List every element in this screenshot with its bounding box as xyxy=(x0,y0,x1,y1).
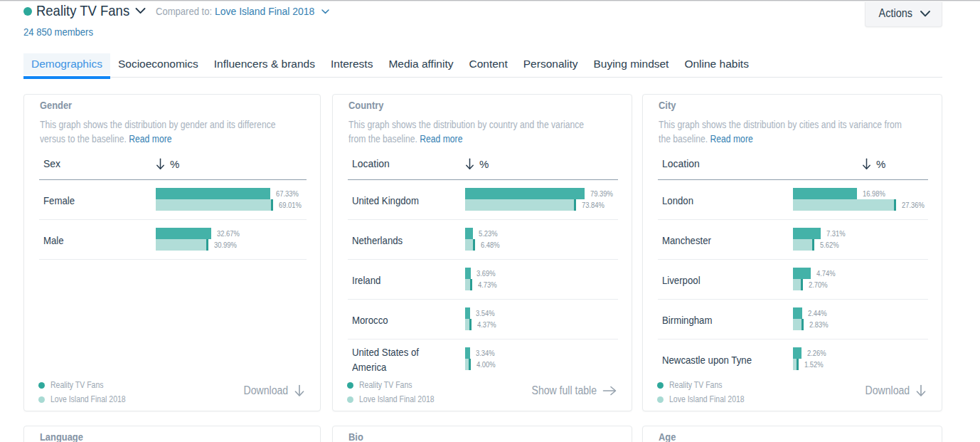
row-label: Manchester xyxy=(662,220,789,260)
card-title: Language xyxy=(40,431,83,442)
row-label: Morocco xyxy=(352,300,461,340)
bar-baseline-endcap xyxy=(574,199,576,211)
card-description-text: This graph shows the distribution by gen… xyxy=(40,117,276,132)
table-row: London16.98%27.36% xyxy=(658,180,928,220)
card-description-line: the baseline. Read more xyxy=(659,132,938,146)
row-label-text: Birmingham xyxy=(662,312,712,327)
bar-baseline-value: 30.99% xyxy=(214,239,237,251)
tab-influencers-brands[interactable]: Influencers & brands xyxy=(206,53,323,75)
legend-dot-baseline xyxy=(347,396,353,403)
bar-baseline-value: 69.01% xyxy=(279,199,302,211)
card-title: Country xyxy=(348,100,383,111)
read-more-link[interactable]: Read more xyxy=(710,133,752,144)
bar-baseline-value: 6.48% xyxy=(481,239,500,251)
actions-button[interactable]: Actions xyxy=(865,1,942,27)
legend-label: Reality TV Fans xyxy=(359,380,412,390)
bar-primary-value: 3.34% xyxy=(476,347,495,359)
read-more-link[interactable]: Read more xyxy=(129,133,171,144)
card-bio: Bio xyxy=(332,426,632,442)
bar-baseline-value: 4.73% xyxy=(478,279,497,290)
bar-baseline xyxy=(793,239,814,251)
tab-label: Buying mindset xyxy=(593,58,669,70)
tab-label: Content xyxy=(469,58,507,70)
sort-descending-icon xyxy=(465,158,474,170)
tab-socioeconomics[interactable]: Socioeconomics xyxy=(110,53,206,75)
download-link[interactable]: Download xyxy=(238,383,305,399)
tab-demographics[interactable]: Demographics xyxy=(23,53,110,75)
chart-legend: Reality TV FansLove Island Final 2018 xyxy=(347,378,449,406)
bar-baseline xyxy=(793,199,896,211)
footer-link-label: Show full table xyxy=(531,384,597,397)
table-row: United States of America3.34%4.00% xyxy=(348,340,618,379)
card-description: This graph shows the distribution by cit… xyxy=(659,117,938,146)
baseline-audience-link[interactable]: Love Island Final 2018 xyxy=(215,5,314,18)
card-title: Gender xyxy=(40,100,72,111)
legend-label: Love Island Final 2018 xyxy=(50,394,126,404)
card-description-line: This graph shows the distribution by gen… xyxy=(40,117,311,132)
bar-baseline xyxy=(465,239,475,251)
bar-baseline xyxy=(156,199,273,211)
table-row: Netherlands5.23%6.48% xyxy=(348,220,618,260)
bar-baseline xyxy=(793,279,803,290)
row-label-text: Manchester xyxy=(662,233,711,248)
bar-baseline-endcap xyxy=(801,279,803,290)
footer-link-label: Download xyxy=(865,384,910,397)
tab-online-habits[interactable]: Online habits xyxy=(676,53,756,75)
bar-primary-value: 16.98% xyxy=(863,188,885,199)
legend-dot-baseline xyxy=(657,396,664,403)
legend-item: Love Island Final 2018 xyxy=(657,392,759,406)
row-label: Netherlands xyxy=(352,220,461,260)
bar-baseline-value: 5.62% xyxy=(820,239,839,251)
bar-primary-value: 5.23% xyxy=(479,228,498,239)
bar-primary xyxy=(465,307,470,319)
actions-chevron-down-icon xyxy=(920,11,930,17)
compared-to-label: Compared to: xyxy=(156,6,212,17)
bar-baseline-endcap xyxy=(206,239,208,251)
bar-baseline-value: 2.70% xyxy=(809,279,828,290)
bar-baseline-value: 4.37% xyxy=(477,319,496,330)
active-tab-underline xyxy=(23,76,110,79)
legend-dot-primary xyxy=(38,382,45,389)
audience-name-title[interactable]: Reality TV Fans xyxy=(36,2,129,19)
bar-primary-value: 2.26% xyxy=(807,347,826,359)
tab-label: Interests xyxy=(331,58,373,70)
card-city: CityThis graph shows the distribution by… xyxy=(642,94,942,411)
row-label-text: London xyxy=(662,193,693,208)
download-icon xyxy=(915,384,927,397)
tab-buying-mindset[interactable]: Buying mindset xyxy=(585,53,676,75)
row-label: Male xyxy=(43,220,151,260)
download-link[interactable]: Download xyxy=(859,383,927,399)
tab-label: Socioeconomics xyxy=(118,58,198,70)
baseline-chevron-down-icon[interactable] xyxy=(321,9,329,14)
bar-baseline-value: 4.00% xyxy=(476,359,496,370)
tab-personality[interactable]: Personality xyxy=(516,53,586,75)
card-description-text: This graph shows the distribution by cou… xyxy=(348,117,584,132)
percent-sort-header[interactable]: % xyxy=(862,157,885,171)
sort-descending-icon xyxy=(862,158,871,170)
row-label: Ireland xyxy=(352,260,461,300)
bar-primary-value: 67.33% xyxy=(276,188,299,199)
tab-label: Media affinity xyxy=(388,58,453,70)
row-label-text: Morocco xyxy=(352,312,388,327)
percent-sort-header[interactable]: % xyxy=(465,157,489,171)
tab-interests[interactable]: Interests xyxy=(323,53,380,75)
legend-dot-primary xyxy=(347,382,353,389)
table-column-header: Location xyxy=(352,157,390,170)
tab-media-affinity[interactable]: Media affinity xyxy=(380,53,461,75)
card-description: This graph shows the distribution by gen… xyxy=(40,117,311,146)
bar-baseline-value: 2.83% xyxy=(809,319,829,330)
percent-header-label: % xyxy=(479,158,489,170)
tab-content[interactable]: Content xyxy=(461,53,515,75)
bar-baseline-endcap xyxy=(801,319,804,330)
percent-sort-header[interactable]: % xyxy=(156,157,179,171)
read-more-link[interactable]: Read more xyxy=(420,133,462,144)
arrow-right-icon xyxy=(602,386,617,396)
table-row: Ireland3.69%4.73% xyxy=(348,260,618,300)
audience-name-chevron-down-icon[interactable] xyxy=(135,8,146,14)
card-title: City xyxy=(659,100,676,111)
bar-baseline xyxy=(465,199,576,211)
bar-baseline-value: 1.52% xyxy=(804,359,824,370)
show-full-table-link[interactable]: Show full table xyxy=(523,383,617,399)
row-label: United Kingdom xyxy=(352,180,461,220)
bar-baseline xyxy=(793,319,804,330)
